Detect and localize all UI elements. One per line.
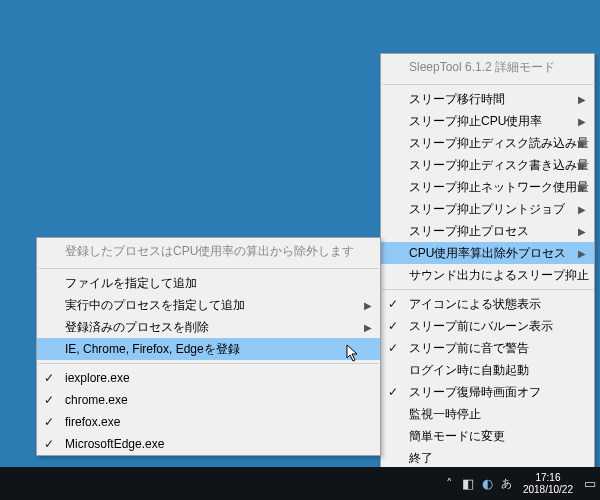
check-icon: ✓ [388,385,398,399]
menu-item-label: スリープ抑止ディスク読み込み量 [409,135,589,152]
main-menu-item-17[interactable]: 終了 [381,447,594,469]
tray-chevron-icon[interactable]: ˄ [441,475,458,492]
tray-app-icon[interactable]: ◐ [479,475,496,492]
menu-item-label: 終了 [409,450,433,467]
menu-item-label: スリープ抑止プリントジョブ [409,201,565,218]
menu-item-label: スリープ抑止CPU使用率 [409,113,542,130]
main-context-menu: SleepTool 6.1.2 詳細モード スリープ移行時間▶スリープ抑止CPU… [380,53,595,470]
check-icon: ✓ [44,415,54,429]
main-menu-item-3[interactable]: スリープ抑止ディスク書き込み量▶ [381,154,594,176]
check-icon: ✓ [388,297,398,311]
chevron-right-icon: ▶ [578,248,586,259]
sub-menu-item-0[interactable]: ファイルを指定して追加 [37,272,380,294]
main-menu-item-13[interactable]: ログイン時に自動起動 [381,359,594,381]
main-menu-item-2[interactable]: スリープ抑止ディスク読み込み量▶ [381,132,594,154]
sub-menu-item-7[interactable]: ✓firefox.exe [37,411,380,433]
menu-item-label: CPU使用率算出除外プロセス [409,245,566,262]
clock-time: 17:16 [523,472,573,484]
menu-separator [382,84,593,85]
main-menu-item-10[interactable]: ✓アイコンによる状態表示 [381,293,594,315]
menu-item-label: ログイン時に自動起動 [409,362,529,379]
taskbar: ˄ ◧ ◐ あ 17:16 2018/10/22 ▭ [0,467,600,500]
chevron-right-icon: ▶ [578,204,586,215]
system-tray: ˄ ◧ ◐ あ 17:16 2018/10/22 ▭ [441,472,600,496]
menu-item-label: 実行中のプロセスを指定して追加 [65,297,245,314]
sub-menu-item-6[interactable]: ✓chrome.exe [37,389,380,411]
taskbar-clock[interactable]: 17:16 2018/10/22 [517,472,579,496]
sub-menu-item-1[interactable]: 実行中のプロセスを指定して追加▶ [37,294,380,316]
main-menu-item-5[interactable]: スリープ抑止プリントジョブ▶ [381,198,594,220]
menu-separator [382,289,593,290]
menu-item-label: スリープ移行時間 [409,91,505,108]
main-menu-item-12[interactable]: ✓スリープ前に音で警告 [381,337,594,359]
menu-item-label: chrome.exe [65,393,128,407]
tray-people-icon[interactable]: ◧ [460,475,477,492]
menu-separator [38,268,379,269]
sub-menu-item-2[interactable]: 登録済みのプロセスを削除▶ [37,316,380,338]
menu-item-label: MicrosoftEdge.exe [65,437,164,451]
menu-item-label: スリープ抑止ディスク書き込み量 [409,157,589,174]
main-menu-item-14[interactable]: ✓スリープ復帰時画面オフ [381,381,594,403]
main-menu-item-8[interactable]: サウンド出力によるスリープ抑止 [381,264,594,286]
main-menu-item-4[interactable]: スリープ抑止ネットワーク使用量▶ [381,176,594,198]
menu-item-label: 登録済みのプロセスを削除 [65,319,209,336]
chevron-right-icon: ▶ [578,182,586,193]
menu-item-label: 簡単モードに変更 [409,428,505,445]
menu-item-label: スリープ復帰時画面オフ [409,384,541,401]
clock-date: 2018/10/22 [523,484,573,496]
chevron-right-icon: ▶ [578,226,586,237]
menu-item-label: スリープ前にバルーン表示 [409,318,553,335]
chevron-right-icon: ▶ [364,300,372,311]
chevron-right-icon: ▶ [364,322,372,333]
menu-item-label: firefox.exe [65,415,120,429]
menu-separator [38,363,379,364]
main-menu-item-11[interactable]: ✓スリープ前にバルーン表示 [381,315,594,337]
main-menu-item-7[interactable]: CPU使用率算出除外プロセス▶ [381,242,594,264]
menu-item-label: IE, Chrome, Firefox, Edgeを登録 [65,341,240,358]
menu-title: SleepTool 6.1.2 詳細モード [381,54,594,81]
menu-item-label: スリープ抑止プロセス [409,223,529,240]
menu-item-label: 監視一時停止 [409,406,481,423]
check-icon: ✓ [44,437,54,451]
check-icon: ✓ [44,371,54,385]
main-menu-item-16[interactable]: 簡単モードに変更 [381,425,594,447]
sub-menu-item-8[interactable]: ✓MicrosoftEdge.exe [37,433,380,455]
submenu-title: 登録したプロセスはCPU使用率の算出から除外します [37,238,380,265]
chevron-right-icon: ▶ [578,116,586,127]
menu-item-label: スリープ抑止ネットワーク使用量 [409,179,589,196]
main-menu-item-15[interactable]: 監視一時停止 [381,403,594,425]
menu-item-label: アイコンによる状態表示 [409,296,541,313]
tray-notifications-icon[interactable]: ▭ [581,475,598,492]
check-icon: ✓ [388,319,398,333]
chevron-right-icon: ▶ [578,160,586,171]
chevron-right-icon: ▶ [578,94,586,105]
menu-item-label: iexplore.exe [65,371,130,385]
tray-ime-icon[interactable]: あ [498,475,515,492]
main-menu-item-0[interactable]: スリープ移行時間▶ [381,88,594,110]
check-icon: ✓ [388,341,398,355]
sub-context-menu: 登録したプロセスはCPU使用率の算出から除外します ファイルを指定して追加実行中… [36,237,381,456]
menu-item-label: スリープ前に音で警告 [409,340,529,357]
main-menu-item-6[interactable]: スリープ抑止プロセス▶ [381,220,594,242]
menu-item-label: サウンド出力によるスリープ抑止 [409,267,589,284]
menu-item-label: ファイルを指定して追加 [65,275,197,292]
chevron-right-icon: ▶ [578,138,586,149]
check-icon: ✓ [44,393,54,407]
sub-menu-item-3[interactable]: IE, Chrome, Firefox, Edgeを登録 [37,338,380,360]
sub-menu-item-5[interactable]: ✓iexplore.exe [37,367,380,389]
main-menu-item-1[interactable]: スリープ抑止CPU使用率▶ [381,110,594,132]
